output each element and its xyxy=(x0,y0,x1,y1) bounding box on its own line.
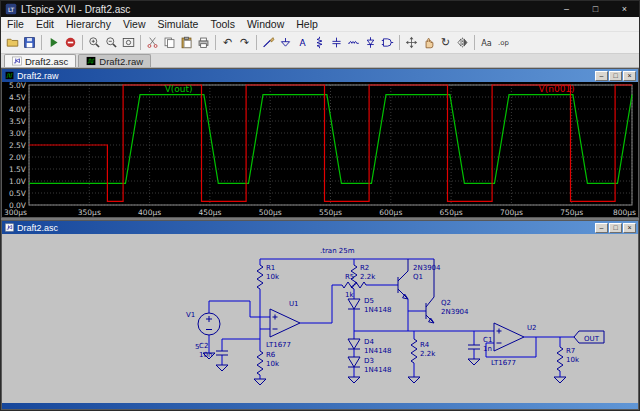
component-label[interactable]: R7 xyxy=(566,347,575,355)
component-label[interactable]: LT1677 xyxy=(491,359,516,367)
tab-draft2.asc[interactable]: Draft2.asc xyxy=(4,54,76,67)
open-button[interactable] xyxy=(4,33,21,52)
x-tick-label: 550µs xyxy=(319,208,342,217)
menu-simulate[interactable]: Simulate xyxy=(152,18,205,30)
component-label[interactable]: 2N3904 xyxy=(441,308,469,316)
schematic-maximize-button[interactable]: □ xyxy=(609,223,622,233)
component-label[interactable]: Q2 xyxy=(441,299,451,307)
component-label[interactable]: V1 xyxy=(186,311,195,319)
schematic-close-button[interactable]: × xyxy=(623,223,636,233)
wire-button[interactable] xyxy=(260,33,277,52)
y-tick-label: 4.0V xyxy=(9,105,27,114)
inductor-button[interactable] xyxy=(345,33,362,52)
menu-hierarchy[interactable]: Hierarchy xyxy=(60,18,117,30)
component-label[interactable]: 2N3904 xyxy=(413,264,441,272)
ground-button[interactable] xyxy=(277,33,294,52)
component-label[interactable]: C1 xyxy=(483,336,492,344)
cut-button[interactable] xyxy=(144,33,161,52)
component-label[interactable]: 10k xyxy=(566,356,580,364)
maximize-button[interactable]: □ xyxy=(581,1,610,17)
capacitor-button[interactable] xyxy=(328,33,345,52)
rotate-button[interactable]: ↻ xyxy=(437,33,454,52)
menu-file[interactable]: File xyxy=(1,18,30,30)
component-label[interactable]: 10n xyxy=(199,351,212,359)
copy-button[interactable] xyxy=(161,33,178,52)
trace-label[interactable]: V(out) xyxy=(165,84,193,94)
paste-button[interactable] xyxy=(178,33,195,52)
schematic-canvas[interactable]: .tran 25mR110kV15U1LT1677R22.2kD51N41482… xyxy=(2,234,638,403)
component-label[interactable]: 2.2k xyxy=(420,350,436,358)
schematic-window-titlebar[interactable]: Draft2.asc – □ × xyxy=(2,221,638,234)
x-tick-label: 450µs xyxy=(198,208,221,217)
waveform-plot-area[interactable]: 5.0V4.5V4.0V3.5V3.0V2.5V2.0V1.5V1.0V0.5V… xyxy=(2,82,638,217)
diode-button[interactable] xyxy=(362,33,379,52)
component-label[interactable]: 1N4148 xyxy=(364,347,392,355)
component-label[interactable]: C2 xyxy=(199,342,208,350)
copy-icon xyxy=(163,36,176,49)
tab-label: Draft2.raw xyxy=(99,56,143,67)
component-label[interactable]: R4 xyxy=(420,341,430,349)
out-net-flag[interactable]: OUT xyxy=(574,331,604,343)
y-tick-label: 3.0V xyxy=(9,129,27,138)
app-icon: LT xyxy=(5,3,17,15)
svg-text:Aa: Aa xyxy=(481,38,492,48)
spice-directive-button[interactable]: .op xyxy=(495,33,512,52)
component-label[interactable]: R5 xyxy=(345,273,354,281)
waveform-window-titlebar[interactable]: Draft2.raw – □ × xyxy=(2,69,638,82)
menu-window[interactable]: Window xyxy=(241,18,290,30)
component-label[interactable]: R6 xyxy=(266,351,276,359)
schematic-window-controls: – □ × xyxy=(595,223,638,233)
component-label[interactable]: D3 xyxy=(364,357,374,365)
component-label[interactable]: D4 xyxy=(364,338,374,346)
component-button[interactable] xyxy=(379,33,396,52)
component-label[interactable]: LT1677 xyxy=(266,341,291,349)
zoom-in-button[interactable] xyxy=(86,33,103,52)
component-label[interactable]: Q1 xyxy=(413,273,423,281)
resistor-button[interactable] xyxy=(311,33,328,52)
component-label[interactable]: 10k xyxy=(266,360,280,368)
component-label[interactable]: 10k xyxy=(266,273,280,281)
schematic-minimize-button[interactable]: – xyxy=(595,223,608,233)
tab-draft2.raw[interactable]: Draft2.raw xyxy=(78,54,151,67)
component-label[interactable]: 1k xyxy=(345,291,354,299)
component-label[interactable]: R1 xyxy=(266,264,275,272)
waveform-minimize-button[interactable]: – xyxy=(595,71,608,81)
component-label[interactable]: .tran 25m xyxy=(320,247,355,255)
waveform-maximize-button[interactable]: □ xyxy=(609,71,622,81)
component-label[interactable]: 1n xyxy=(483,345,492,353)
component-label[interactable]: 2.2k xyxy=(360,273,376,281)
run-button[interactable] xyxy=(45,33,62,52)
halt-button[interactable] xyxy=(62,33,79,52)
zoom-full-button[interactable] xyxy=(120,33,137,52)
print-icon xyxy=(197,36,210,49)
waveform-close-button[interactable]: × xyxy=(623,71,636,81)
menu-edit[interactable]: Edit xyxy=(30,18,60,30)
component-label[interactable]: 1N4148 xyxy=(364,366,392,374)
component-label[interactable]: U1 xyxy=(289,300,299,308)
print-button[interactable] xyxy=(195,33,212,52)
close-button[interactable]: × xyxy=(610,1,639,17)
move-button[interactable] xyxy=(403,33,420,52)
x-tick-label: 600µs xyxy=(379,208,402,217)
component-label[interactable]: R2 xyxy=(360,264,369,272)
trace-label[interactable]: V(n001) xyxy=(539,84,575,94)
undo-button[interactable]: ↶ xyxy=(219,33,236,52)
component-label[interactable]: U2 xyxy=(527,324,537,332)
menu-view[interactable]: View xyxy=(117,18,152,30)
menu-tools[interactable]: Tools xyxy=(204,18,241,30)
text-tool-button[interactable]: Aa xyxy=(478,33,495,52)
save-button[interactable] xyxy=(21,33,38,52)
zoom-out-button[interactable] xyxy=(103,33,120,52)
menu-help[interactable]: Help xyxy=(290,18,324,30)
redo-button[interactable]: ↷ xyxy=(236,33,253,52)
toolbar: ↶↷A↻Aa.op xyxy=(1,32,639,54)
label-button[interactable]: A xyxy=(294,33,311,52)
tab-schematic-icon xyxy=(12,56,22,66)
tab-label: Draft2.asc xyxy=(25,56,68,67)
minimize-button[interactable]: – xyxy=(552,1,581,17)
component-label[interactable]: 1N4148 xyxy=(364,306,392,314)
drag-button[interactable] xyxy=(420,33,437,52)
component-label[interactable]: D5 xyxy=(364,297,374,305)
toolbar-separator xyxy=(256,35,257,50)
mirror-button[interactable] xyxy=(454,33,471,52)
